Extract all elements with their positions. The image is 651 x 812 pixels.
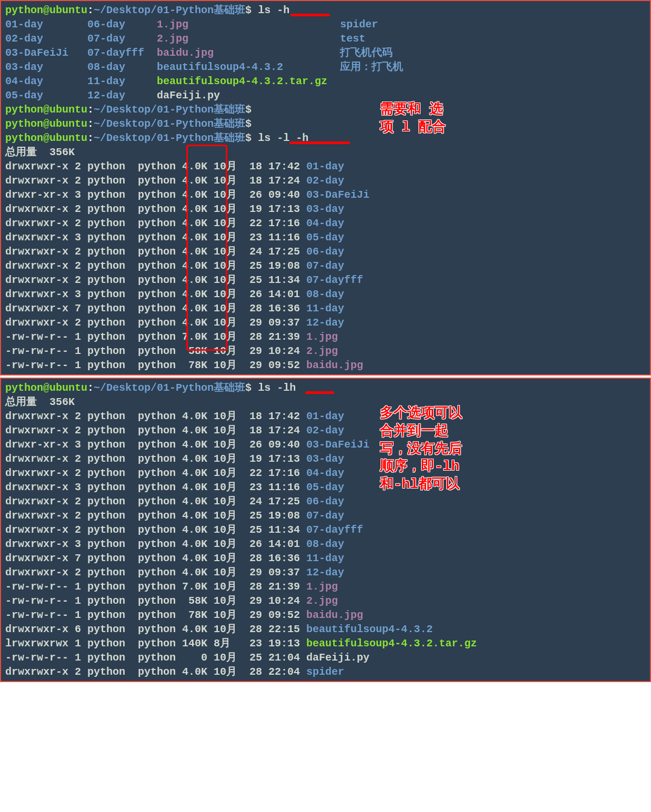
listing-row: drwxrwxr-x 2 python python 4.0K 10月 18 1…: [5, 159, 646, 174]
annotation-top: 需要和 选 项 l 配合: [380, 101, 446, 137]
total-line: 总用量 356K: [5, 145, 646, 159]
listing-row: drwxrwxr-x 2 python python 4.0K 10月 19 1…: [5, 202, 646, 216]
listing-row: drwxrwxr-x 2 python python 4.0K 10月 24 1…: [5, 494, 646, 509]
prompt-line: python@ubuntu:~/Desktop/01-Python基础班$: [5, 117, 646, 131]
listing-row: -rw-rw-r-- 1 python python 7.0K 10月 28 2…: [5, 330, 646, 344]
listing-row: drwxrwxr-x 3 python python 4.0K 10月 23 1…: [5, 230, 646, 245]
prompt-line: python@ubuntu:~/Desktop/01-Python基础班$: [5, 103, 646, 117]
listing-row: -rw-rw-r-- 1 python python 78K 10月 29 09…: [5, 358, 646, 372]
listing-row: drwxrwxr-x 2 python python 4.0K 10月 18 1…: [5, 423, 646, 438]
listing-row: drwxrwxr-x 2 python python 4.0K 10月 25 1…: [5, 273, 646, 287]
listing-row: drwxrwxr-x 7 python python 4.0K 10月 28 1…: [5, 301, 646, 316]
ls-output: 03-day 08-day beautifulsoup4-4.3.2 应用：打飞…: [5, 60, 646, 74]
ls-output: 04-day 11-day beautifulsoup4-4.3.2.tar.g…: [5, 74, 646, 88]
ls-output: 02-day 07-day 2.jpg test: [5, 32, 646, 46]
listing-row: -rw-rw-r-- 1 python python 58K 10月 29 10…: [5, 594, 646, 608]
ls-output: 03-DaFeiJi 07-dayfff baidu.jpg 打飞机代码: [5, 46, 646, 60]
terminal-top[interactable]: python@ubuntu:~/Desktop/01-Python基础班$ ls…: [0, 0, 651, 375]
total-line: 总用量 356K: [5, 395, 646, 409]
ls-output: 01-day 06-day 1.jpg spider: [5, 17, 646, 32]
listing-row: -rw-rw-r-- 1 python python 78K 10月 29 09…: [5, 608, 646, 622]
size-highlight-box: [186, 145, 227, 351]
annotation-bottom: 多个选项可以 合并到一起 写，没有先后 顺序，即-lh 和-hl都可以: [380, 405, 462, 494]
listing-row: -rw-rw-r-- 1 python python 58K 10月 29 10…: [5, 344, 646, 358]
listing-bottom: drwxrwxr-x 2 python python 4.0K 10月 18 1…: [5, 409, 646, 679]
command-ls-lh: ls -lh: [258, 382, 296, 394]
listing-row: drwxrwxr-x 6 python python 4.0K 10月 28 2…: [5, 622, 646, 636]
listing-row: drwxrwxr-x 2 python python 4.0K 10月 18 1…: [5, 174, 646, 188]
listing-row: drwxrwxr-x 3 python python 4.0K 10月 26 1…: [5, 287, 646, 301]
listing-row: drwxrwxr-x 2 python python 4.0K 10月 29 0…: [5, 565, 646, 580]
listing-row: drwxrwxr-x 2 python python 4.0K 10月 24 1…: [5, 245, 646, 259]
listing-row: -rw-rw-r-- 1 python python 0 10月 25 21:0…: [5, 651, 646, 665]
listing-row: drwxrwxr-x 2 python python 4.0K 10月 22 1…: [5, 216, 646, 230]
underline-cmd1: [291, 14, 330, 16]
listing-row: drwxr-xr-x 3 python python 4.0K 10月 26 0…: [5, 438, 646, 452]
underline-cmd2: [289, 141, 350, 144]
underline-cmd3: [305, 391, 334, 394]
listing-row: drwxrwxr-x 7 python python 4.0K 10月 28 1…: [5, 551, 646, 565]
terminal-bottom[interactable]: python@ubuntu:~/Desktop/01-Python基础班$ ls…: [0, 378, 651, 682]
listing-row: drwxrwxr-x 2 python python 4.0K 10月 29 0…: [5, 316, 646, 330]
listing-row: drwxrwxr-x 2 python python 4.0K 10月 25 1…: [5, 509, 646, 523]
listing-row: drwxrwxr-x 2 python python 4.0K 10月 19 1…: [5, 452, 646, 466]
listing-row: -rw-rw-r-- 1 python python 7.0K 10月 28 2…: [5, 580, 646, 594]
listing-top: drwxrwxr-x 2 python python 4.0K 10月 18 1…: [5, 159, 646, 372]
prompt-user: python@ubuntu: [5, 4, 87, 16]
listing-row: drwxrwxr-x 2 python python 4.0K 10月 18 1…: [5, 409, 646, 423]
listing-row: drwxrwxr-x 3 python python 4.0K 10月 23 1…: [5, 480, 646, 494]
listing-row: drwxrwxr-x 2 python python 4.0K 10月 25 1…: [5, 523, 646, 537]
listing-row: drwxrwxr-x 2 python python 4.0K 10月 28 2…: [5, 665, 646, 679]
ls-output: 05-day 12-day daFeiji.py: [5, 88, 646, 103]
command-ls-h: ls -h: [258, 4, 289, 16]
listing-row: drwxrwxr-x 2 python python 4.0K 10月 22 1…: [5, 466, 646, 480]
listing-row: drwxrwxr-x 2 python python 4.0K 10月 25 1…: [5, 259, 646, 273]
listing-row: drwxr-xr-x 3 python python 4.0K 10月 26 0…: [5, 188, 646, 202]
listing-row: lrwxrwxrwx 1 python python 140K 8月 23 19…: [5, 636, 646, 651]
listing-row: drwxrwxr-x 3 python python 4.0K 10月 26 1…: [5, 537, 646, 551]
